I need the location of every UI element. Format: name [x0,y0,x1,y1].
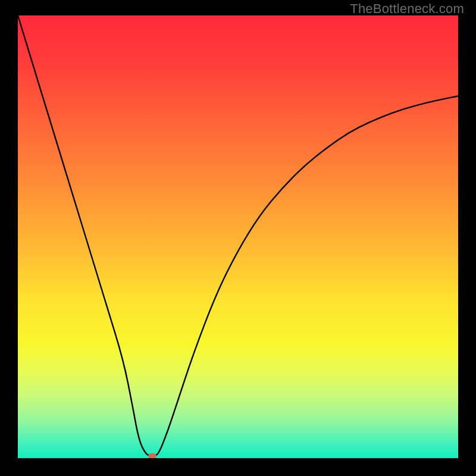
plot-outer [18,15,458,458]
minimum-marker [148,453,156,458]
plot-area [18,15,458,458]
bottleneck-curve [18,15,458,458]
watermark-text: TheBottleneck.com [350,1,464,17]
chart-frame: TheBottleneck.com [0,0,476,476]
